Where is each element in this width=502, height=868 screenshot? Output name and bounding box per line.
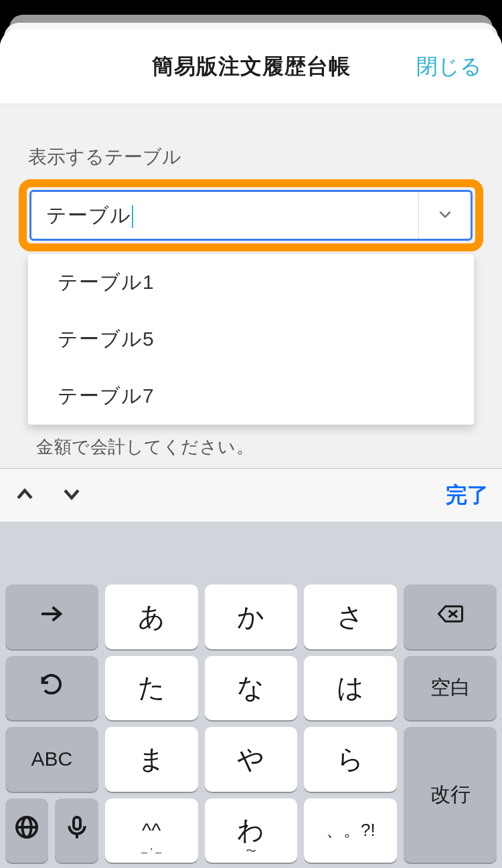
table-field-label: 表示するテーブル xyxy=(28,144,483,170)
key-dictation[interactable] xyxy=(55,798,98,863)
table-combobox[interactable]: テーブル xyxy=(29,190,473,241)
key-na[interactable]: な xyxy=(205,656,298,721)
key-kaomoji-label: ^^ xyxy=(142,819,161,842)
key-wa-label: わ xyxy=(237,812,264,849)
page-title: 簡易版注文履歴台帳 xyxy=(152,52,351,82)
key-backspace[interactable] xyxy=(404,584,497,649)
accessory-nav xyxy=(13,483,83,508)
key-punct[interactable]: 、。?! xyxy=(304,798,397,863)
backspace-icon xyxy=(437,601,464,633)
key-kaomoji[interactable]: ^^ – ' – xyxy=(105,798,198,863)
key-return[interactable]: 改行 xyxy=(404,727,497,863)
close-button[interactable]: 閉じる xyxy=(416,29,482,104)
key-ka[interactable]: か xyxy=(205,584,298,649)
kana-keyboard: あ か さ た な は 空白 ABC ま や ら 改行 xyxy=(0,522,502,868)
prev-field-button[interactable] xyxy=(13,483,36,508)
key-globe-mic-group xyxy=(5,798,98,863)
key-a[interactable]: あ xyxy=(105,584,198,649)
table-input-value: テーブル xyxy=(46,204,131,226)
chevron-down-icon xyxy=(436,205,454,225)
key-next-candidate[interactable] xyxy=(5,584,98,649)
key-ta[interactable]: た xyxy=(105,656,198,721)
microphone-icon xyxy=(64,814,90,847)
key-kaomoji-sub: – ' – xyxy=(141,847,161,859)
globe-icon xyxy=(13,814,40,847)
hint-text: 金額で会計してください。 xyxy=(36,435,473,459)
key-ya[interactable]: や xyxy=(205,727,298,792)
key-ra[interactable]: ら xyxy=(304,727,397,792)
chevron-down-icon xyxy=(60,496,83,508)
key-undo[interactable] xyxy=(5,656,98,721)
dropdown-option[interactable]: テーブル1 xyxy=(28,254,474,311)
text-caret xyxy=(132,205,133,228)
next-field-button[interactable] xyxy=(60,483,83,508)
key-space[interactable]: 空白 xyxy=(404,656,497,721)
chevron-up-icon xyxy=(13,496,36,508)
svg-rect-6 xyxy=(74,817,80,829)
key-ma[interactable]: ま xyxy=(105,727,198,792)
modal-sheet: 簡易版注文履歴台帳 閉じる 表示するテーブル テーブル テーブル1 テーブル5 … xyxy=(0,29,502,868)
key-wa-sub: 〜 xyxy=(246,845,256,859)
dropdown-option[interactable]: テーブル7 xyxy=(28,368,474,425)
keyboard-done-button[interactable]: 完了 xyxy=(446,481,489,510)
sheet-header: 簡易版注文履歴台帳 閉じる xyxy=(0,29,502,104)
dropdown-option[interactable]: テーブル5 xyxy=(28,311,474,368)
key-wa[interactable]: わ 〜 xyxy=(205,798,298,863)
key-ha[interactable]: は xyxy=(304,656,397,721)
key-sa[interactable]: さ xyxy=(304,584,397,649)
key-abc[interactable]: ABC xyxy=(5,727,98,792)
combobox-toggle[interactable] xyxy=(418,192,471,239)
key-globe[interactable] xyxy=(5,798,48,863)
table-dropdown: テーブル1 テーブル5 テーブル7 xyxy=(28,254,474,425)
undo-icon xyxy=(38,671,65,704)
table-input[interactable]: テーブル xyxy=(31,202,418,229)
arrow-right-icon xyxy=(38,601,65,633)
highlight-annotation: テーブル xyxy=(19,179,483,251)
keyboard-accessory-bar: 完了 xyxy=(0,468,502,522)
